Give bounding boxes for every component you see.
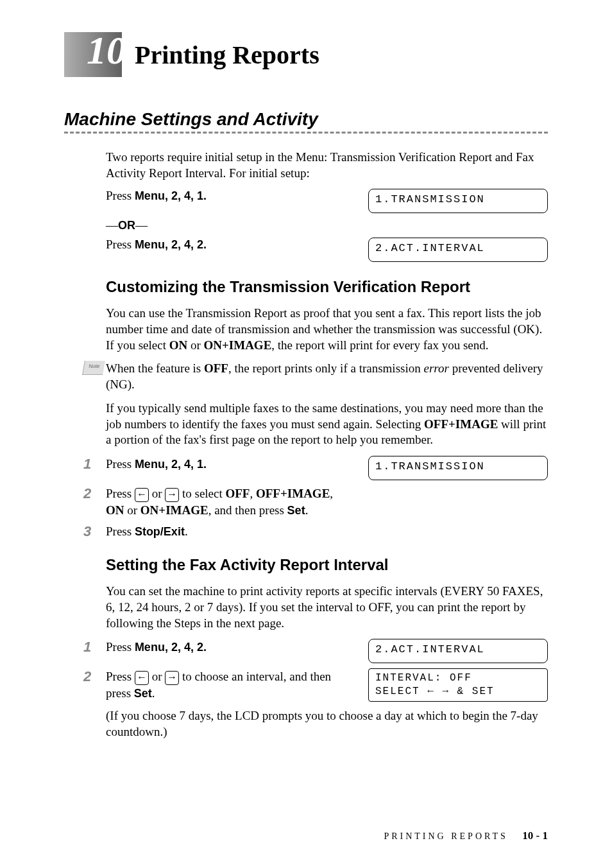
- sub2-step2: 2 Press ← or → to choose an interval, an…: [83, 668, 548, 702]
- step-number-2: 2: [83, 485, 106, 502]
- onimage-option: ON+IMAGE: [203, 338, 271, 352]
- or-text: —OR—: [106, 218, 548, 232]
- sub2-para1: You can set the machine to print activit…: [106, 584, 548, 631]
- intro-paragraph: Two reports require initial setup in the…: [106, 150, 548, 181]
- lcd-display-2: 2.ACT.INTERVAL: [368, 238, 548, 262]
- section-title: Machine Settings and Activity: [64, 109, 548, 130]
- footer-text: PRINTING REPORTS: [384, 831, 507, 841]
- press2-prefix: Press: [106, 238, 135, 251]
- press1-prefix: Press: [106, 189, 135, 202]
- note-block: Note When the feature is OFF, the report…: [64, 361, 548, 392]
- left-arrow-icon: ←: [135, 671, 149, 685]
- lcd-display-3: 1.TRANSMISSION: [368, 456, 548, 480]
- step-number-3: 3: [83, 523, 106, 540]
- press-line-1: Press Menu, 2, 4, 1. 1.TRANSMISSION: [106, 189, 548, 213]
- note-text: When the feature is OFF, the report prin…: [106, 361, 548, 392]
- chapter-number: 10: [87, 28, 126, 73]
- sub2-step1: 1 Press Menu, 2, 4, 2. 2.ACT.INTERVAL: [83, 639, 548, 663]
- or-bold: OR: [118, 219, 135, 232]
- press1-keys: , 2, 4, 1.: [165, 189, 207, 202]
- offimage-option: OFF+IMAGE: [424, 417, 498, 431]
- step-number-1: 1: [83, 456, 106, 473]
- on-option: ON: [169, 338, 188, 352]
- step-number-1b: 1: [83, 639, 106, 655]
- lcd-display-5: INTERVAL: OFF SELECT ← → & SET: [368, 668, 548, 702]
- sub2-para2: (If you choose 7 days, the LCD prompts y…: [106, 708, 548, 740]
- step-number-2b: 2: [83, 668, 106, 685]
- subsection-title-1: Customizing the Transmission Verificatio…: [106, 278, 548, 296]
- sub1-para1: You can use the Transmission Report as p…: [106, 306, 548, 353]
- chapter-header: 10 Printing Reports: [64, 32, 548, 77]
- note-icon: Note: [82, 361, 105, 375]
- footer-page: 10 - 1: [522, 829, 548, 842]
- chapter-title: Printing Reports: [135, 40, 319, 70]
- sub1-step3: 3 Press Stop/Exit.: [83, 523, 548, 540]
- off-option: OFF: [204, 361, 228, 375]
- lcd5-line1: INTERVAL: OFF: [375, 672, 541, 685]
- left-arrow-icon: ←: [135, 488, 149, 502]
- section-underline: [64, 132, 548, 134]
- sub1-step2: 2 Press ← or → to select OFF, OFF+IMAGE,…: [83, 485, 548, 518]
- right-arrow-icon: →: [165, 488, 179, 502]
- lcd-display-4: 2.ACT.INTERVAL: [368, 639, 548, 663]
- sub1-step1: 1 Press Menu, 2, 4, 1. 1.TRANSMISSION: [83, 456, 548, 480]
- press2-menu: Menu: [135, 238, 165, 251]
- right-arrow-icon: →: [165, 671, 179, 685]
- press2-keys: , 2, 4, 2.: [165, 238, 207, 251]
- press1-menu: Menu: [135, 189, 165, 202]
- subsection-title-2: Setting the Fax Activity Report Interval: [106, 556, 548, 574]
- error-text: error: [423, 361, 448, 375]
- lcd5-line2: SELECT ← → & SET: [375, 685, 541, 699]
- chapter-number-box: 10: [64, 32, 122, 77]
- footer: PRINTING REPORTS 10 - 1: [384, 829, 548, 842]
- lcd-display-1: 1.TRANSMISSION: [368, 189, 548, 213]
- sub1-para2: If you typically send multiple faxes to …: [106, 401, 548, 448]
- press-line-2: Press Menu, 2, 4, 2. 2.ACT.INTERVAL: [106, 238, 548, 262]
